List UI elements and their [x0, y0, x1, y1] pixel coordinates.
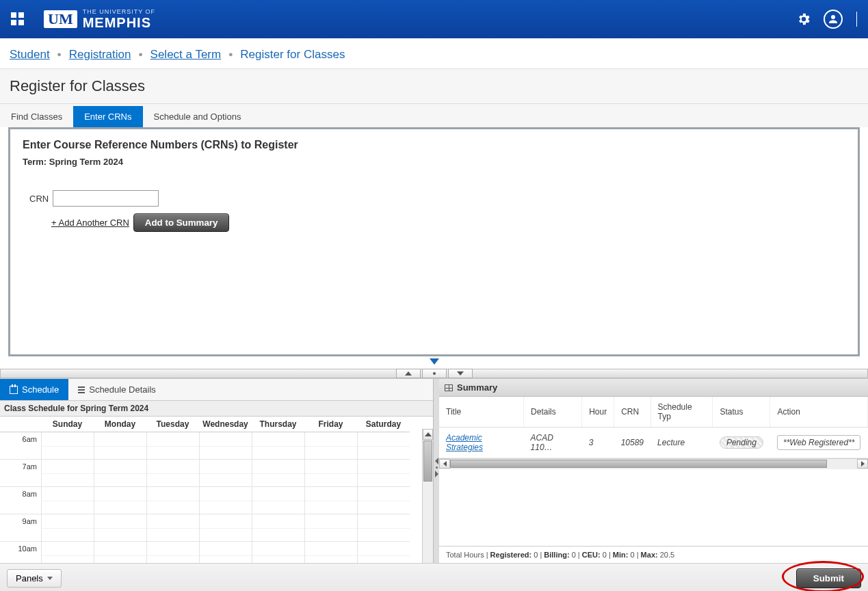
vertical-splitter[interactable]: [434, 379, 439, 563]
day-header: Sunday: [41, 417, 94, 432]
panels-button[interactable]: Panels: [7, 569, 62, 588]
crn-row: CRN: [23, 190, 845, 207]
schedule-column: Schedule Schedule Details Class Schedule…: [0, 379, 434, 563]
add-to-summary-button[interactable]: Add to Summary: [133, 213, 230, 232]
logo-line2: MEMPHIS: [83, 15, 155, 31]
logo-mark: UM: [44, 10, 77, 28]
logo-text: THE UNIVERSITY OF MEMPHIS: [83, 8, 155, 31]
chevron-down-icon[interactable]: [430, 358, 439, 365]
time-label: 10am: [0, 542, 41, 563]
day-header: Friday: [304, 417, 357, 432]
crumb-select-term[interactable]: Select a Term: [150, 48, 222, 61]
crumb-sep: ●: [228, 50, 233, 58]
time-label: 7am: [0, 460, 41, 487]
tab-schedule[interactable]: Schedule: [0, 379, 68, 400]
scroll-up-icon[interactable]: [423, 429, 433, 440]
col-title[interactable]: Title: [439, 397, 524, 428]
caret-down-icon: [47, 577, 53, 580]
col-status[interactable]: Status: [713, 397, 770, 428]
crn-label: CRN: [29, 194, 49, 204]
calendar-icon: [10, 386, 18, 394]
crn-panel-title: Enter Course Reference Numbers (CRNs) to…: [23, 139, 845, 151]
logo[interactable]: UM THE UNIVERSITY OF MEMPHIS: [44, 8, 155, 31]
scroll-thumb[interactable]: [423, 441, 432, 482]
gear-icon[interactable]: [796, 12, 811, 27]
scroll-left-icon[interactable]: [439, 459, 450, 469]
breadcrumb: Student ● Registration ● Select a Term ●…: [0, 38, 868, 69]
time-label: 6am: [0, 432, 41, 460]
calendar-grid: Sunday Monday Tuesday Wednesday Thursday…: [0, 417, 433, 563]
tab-schedule-details[interactable]: Schedule Details: [68, 379, 166, 400]
crn-input[interactable]: [53, 190, 159, 207]
scroll-thumb[interactable]: [450, 460, 827, 468]
col-schedule-type[interactable]: Schedule Typ: [650, 397, 713, 428]
chevron-left-icon[interactable]: [435, 458, 438, 464]
day-header: Thursday: [252, 417, 304, 432]
splitter-up-button[interactable]: [396, 369, 421, 378]
tab-schedule-details-label: Schedule Details: [89, 384, 156, 395]
collapse-indicator: [0, 356, 868, 369]
cell-crn: 10589: [614, 428, 650, 458]
term-label: Term:: [23, 157, 49, 167]
totals-bar: Total Hours | Registered: 0 | Billing: 0…: [439, 546, 868, 563]
col-hours[interactable]: Hour: [582, 397, 614, 428]
col-details[interactable]: Details: [524, 397, 582, 428]
course-title-link[interactable]: Academic Strategies: [446, 433, 483, 452]
crn-panel: Enter Course Reference Numbers (CRNs) to…: [8, 127, 860, 356]
schedule-title: Class Schedule for Spring Term 2024: [0, 401, 433, 417]
top-bar: UM THE UNIVERSITY OF MEMPHIS: [0, 0, 868, 38]
panels-label: Panels: [16, 573, 43, 583]
tab-schedule-options[interactable]: Schedule and Options: [143, 106, 252, 127]
schedule-scrollbar[interactable]: [422, 429, 433, 563]
list-icon: [78, 386, 85, 393]
splitter-down-button[interactable]: [448, 369, 473, 378]
crumb-sep: ●: [57, 50, 62, 58]
time-label: 9am: [0, 514, 41, 542]
tab-enter-crns[interactable]: Enter CRNs: [73, 106, 142, 127]
crumb-current: Register for Classes: [240, 48, 345, 61]
tab-schedule-label: Schedule: [22, 384, 59, 395]
col-crn[interactable]: CRN: [614, 397, 650, 428]
tab-find-classes[interactable]: Find Classes: [0, 106, 73, 127]
cell-type: Lecture: [650, 428, 713, 458]
crn-panel-term: Term: Spring Term 2024: [23, 157, 845, 167]
day-header: Monday: [94, 417, 146, 432]
summary-title: Summary: [457, 382, 497, 393]
status-badge: Pending: [720, 436, 763, 449]
submit-button[interactable]: Submit: [796, 568, 861, 588]
crumb-registration[interactable]: Registration: [69, 48, 131, 61]
user-icon[interactable]: [824, 10, 843, 29]
logo-line1: THE UNIVERSITY OF: [83, 8, 155, 15]
summary-hscroll[interactable]: [439, 458, 868, 469]
term-value: Spring Term 2024: [49, 157, 123, 167]
summary-column: Summary Title Details Hour CRN Schedule …: [439, 379, 868, 563]
action-select[interactable]: **Web Registered**: [777, 435, 861, 450]
table-row[interactable]: Academic Strategies ACAD 110… 3 10589 Le…: [439, 428, 868, 458]
crumb-student[interactable]: Student: [10, 48, 50, 61]
table-icon: [445, 384, 453, 391]
summary-table: Title Details Hour CRN Schedule Typ Stat…: [439, 397, 868, 458]
divider: [856, 12, 857, 27]
cell-details: ACAD 110…: [524, 428, 582, 458]
bottom-split: Schedule Schedule Details Class Schedule…: [0, 378, 868, 563]
col-action[interactable]: Action: [770, 397, 868, 428]
time-label: 8am: [0, 487, 41, 514]
panel-splitter[interactable]: [0, 369, 868, 378]
splitter-reset-button[interactable]: [422, 369, 447, 378]
summary-header: Summary: [439, 379, 868, 397]
scroll-right-icon[interactable]: [857, 459, 868, 469]
chevron-right-icon[interactable]: [435, 471, 438, 477]
add-another-crn-link[interactable]: + Add Another CRN: [51, 218, 129, 228]
day-header: Saturday: [357, 417, 410, 432]
apps-icon[interactable]: [11, 12, 25, 26]
footer: Panels Submit: [0, 563, 868, 591]
day-header: Wednesday: [199, 417, 252, 432]
day-header: Tuesday: [146, 417, 199, 432]
crumb-sep: ●: [138, 50, 143, 58]
page-title: Register for Classes: [0, 69, 868, 104]
tabstrip: Find Classes Enter CRNs Schedule and Opt…: [0, 104, 868, 127]
cell-hours: 3: [582, 428, 614, 458]
